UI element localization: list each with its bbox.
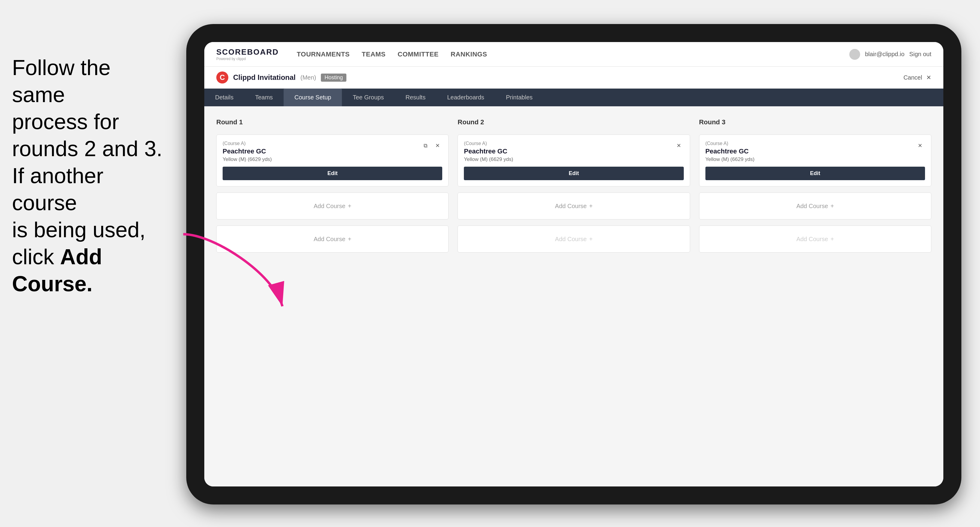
round-3-add-course-1[interactable]: Add Course + [699,192,931,219]
tab-results[interactable]: Results [395,89,436,106]
sub-nav-left: C Clippd Invitational (Men) Hosting [216,71,347,84]
round-1-add-course-1[interactable]: Add Course + [216,192,449,219]
add-course-text-r3-1: Add Course + [796,203,834,210]
brand-subtitle: Powered by clippd [216,57,279,61]
nav-brand: SCOREBOARD Powered by clippd [216,48,279,61]
course-info-r2: (Course A) Peachtree GC Yellow (M) (6629… [464,141,513,162]
add-course-text-r3-2: Add Course + [796,236,834,243]
user-avatar [849,49,860,60]
delete-icon-r2[interactable]: ✕ [674,141,684,151]
sign-out-link[interactable]: Sign out [909,51,931,58]
brand-title: SCOREBOARD [216,48,279,57]
main-content: Round 1 (Course A) Peachtree GC Yellow (… [204,106,943,486]
tablet-screen: SCOREBOARD Powered by clippd TOURNAMENTS… [204,42,943,486]
card-actions-r3: ✕ [915,141,925,151]
tournament-name: Clippd Invitational [233,73,296,82]
instruction-bold: Add Course. [12,245,102,296]
tournament-sub: (Men) [301,74,316,81]
round-1-course-a-card: (Course A) Peachtree GC Yellow (M) (6629… [216,135,449,186]
course-a-name-r3: Peachtree GC [705,148,755,155]
tablet-device: SCOREBOARD Powered by clippd TOURNAMENTS… [186,24,961,505]
round-2-col: Round 2 (Course A) Peachtree GC Yellow (… [458,118,690,252]
round-3-course-a-card: (Course A) Peachtree GC Yellow (M) (6629… [699,135,931,186]
course-card-header-r3: (Course A) Peachtree GC Yellow (M) (6629… [705,141,925,162]
tab-course-setup[interactable]: Course Setup [283,89,342,106]
course-a-label: (Course A) [223,141,272,146]
tab-teams[interactable]: Teams [244,89,283,106]
card-actions-r2: ✕ [674,141,684,151]
tab-details[interactable]: Details [204,89,244,106]
round-1-add-course-2[interactable]: Add Course + [216,225,449,252]
course-a-name: Peachtree GC [223,148,272,155]
plus-icon-r2-2: + [589,236,593,243]
add-course-text-2: Add Course + [313,236,351,243]
course-card-header: (Course A) Peachtree GC Yellow (M) (6629… [223,141,442,162]
tab-printables[interactable]: Printables [495,89,544,106]
nav-rankings[interactable]: RANKINGS [451,51,487,58]
plus-icon-r3-2: + [830,236,834,243]
round-3-col: Round 3 (Course A) Peachtree GC Yellow (… [699,118,931,252]
add-course-text-1: Add Course + [313,203,351,210]
copy-icon[interactable]: ⧉ [421,141,430,151]
round-2-add-course-2[interactable]: Add Course + [458,225,690,252]
instruction-block: Follow the same process for rounds 2 and… [0,54,180,297]
sub-nav: C Clippd Invitational (Men) Hosting Canc… [204,67,943,89]
top-nav: SCOREBOARD Powered by clippd TOURNAMENTS… [204,42,943,67]
rounds-grid: Round 1 (Course A) Peachtree GC Yellow (… [216,118,931,252]
round-1-label: Round 1 [216,118,449,126]
course-info-r3: (Course A) Peachtree GC Yellow (M) (6629… [705,141,755,162]
edit-button-r1[interactable]: Edit [223,167,442,180]
nav-left: SCOREBOARD Powered by clippd TOURNAMENTS… [216,48,487,61]
round-2-course-a-card: (Course A) Peachtree GC Yellow (M) (6629… [458,135,690,186]
user-email: blair@clippd.io [865,51,904,58]
course-a-details-r3: Yellow (M) (6629 yds) [705,156,755,162]
round-1-col: Round 1 (Course A) Peachtree GC Yellow (… [216,118,449,252]
tab-tee-groups[interactable]: Tee Groups [342,89,395,106]
course-a-label-r2: (Course A) [464,141,513,146]
edit-button-r3[interactable]: Edit [705,167,925,180]
delete-icon[interactable]: ✕ [433,141,442,151]
round-2-label: Round 2 [458,118,690,126]
plus-icon-1: + [348,203,352,210]
course-a-details: Yellow (M) (6629 yds) [223,156,272,162]
add-course-text-r2-2: Add Course + [555,236,592,243]
nav-links: TOURNAMENTS TEAMS COMMITTEE RANKINGS [297,51,487,58]
nav-right: blair@clippd.io Sign out [849,49,931,60]
cancel-button[interactable]: Cancel ✕ [904,74,931,81]
round-3-add-course-2[interactable]: Add Course + [699,225,931,252]
close-icon: ✕ [926,74,931,81]
round-3-label: Round 3 [699,118,931,126]
add-course-text-r2-1: Add Course + [555,203,592,210]
plus-icon-r2-1: + [589,203,593,210]
edit-button-r2[interactable]: Edit [464,167,684,180]
tab-leaderboards[interactable]: Leaderboards [436,89,495,106]
plus-icon-r3-1: + [830,203,834,210]
plus-icon-2: + [348,236,352,243]
nav-tournaments[interactable]: TOURNAMENTS [297,51,350,58]
course-a-label-r3: (Course A) [705,141,755,146]
course-info: (Course A) Peachtree GC Yellow (M) (6629… [223,141,272,162]
round-2-add-course-1[interactable]: Add Course + [458,192,690,219]
course-a-details-r2: Yellow (M) (6629 yds) [464,156,513,162]
card-actions: ⧉ ✕ [421,141,442,151]
tournament-badge: Hosting [321,73,347,82]
tab-bar: Details Teams Course Setup Tee Groups Re… [204,89,943,106]
course-a-name-r2: Peachtree GC [464,148,513,155]
instruction-text: Follow the same process for rounds 2 and… [12,56,162,296]
course-card-header-r2: (Course A) Peachtree GC Yellow (M) (6629… [464,141,684,162]
nav-teams[interactable]: TEAMS [362,51,386,58]
delete-icon-r3[interactable]: ✕ [915,141,925,151]
brand-logo: C [216,71,228,84]
nav-committee[interactable]: COMMITTEE [398,51,439,58]
